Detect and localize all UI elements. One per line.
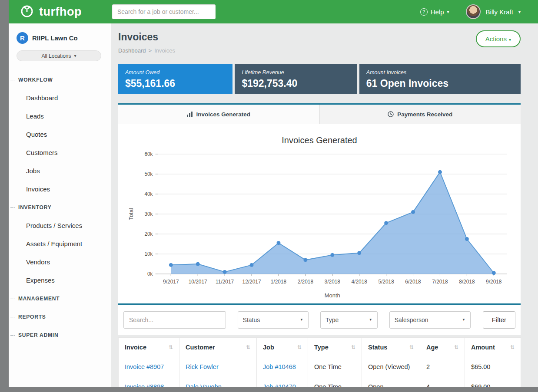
sidebar-nav: WORKFLOW Dashboard Leads Quotes Customer… bbox=[9, 71, 111, 344]
sort-icon[interactable]: ⇅ bbox=[454, 344, 458, 350]
svg-text:8/2018: 8/2018 bbox=[459, 279, 475, 285]
salesperson-select[interactable]: Salesperson ▼ bbox=[389, 311, 471, 329]
stat-lifetime-revenue: Lifetime Revenue $192,753.40 bbox=[235, 64, 357, 94]
sidebar-item-invoices[interactable]: Invoices bbox=[9, 180, 111, 198]
col-amount[interactable]: Amount⇅ bbox=[465, 337, 521, 357]
status-select[interactable]: Status ▼ bbox=[238, 311, 309, 329]
main-content: Invoices Dashboard>Invoices Actions▾ Amo… bbox=[111, 23, 538, 387]
job-link[interactable]: Job #10468 bbox=[263, 363, 296, 370]
cell-age: 4 bbox=[420, 377, 465, 387]
tab-invoices-generated[interactable]: Invoices Generated bbox=[118, 105, 319, 124]
tab-payments-received[interactable]: Payments Received bbox=[319, 105, 521, 124]
col-age[interactable]: Age⇅ bbox=[420, 337, 465, 357]
sort-icon[interactable]: ⇅ bbox=[351, 344, 355, 350]
nav-section-reports[interactable]: REPORTS bbox=[9, 308, 111, 326]
svg-text:12/2017: 12/2017 bbox=[242, 279, 261, 285]
col-status[interactable]: Status⇅ bbox=[362, 337, 420, 357]
page-title: Invoices bbox=[118, 31, 175, 43]
customer-link[interactable]: Dale Vaughn bbox=[186, 383, 222, 387]
svg-text:60k: 60k bbox=[144, 151, 153, 157]
breadcrumb-dashboard[interactable]: Dashboard bbox=[118, 47, 146, 54]
svg-text:40k: 40k bbox=[144, 191, 153, 197]
svg-text:20k: 20k bbox=[144, 231, 153, 237]
nav-section-management[interactable]: MANAGEMENT bbox=[9, 290, 111, 308]
chevron-down-icon: ▾ bbox=[447, 10, 449, 14]
svg-text:4/2018: 4/2018 bbox=[352, 279, 368, 285]
sidebar-item-expenses[interactable]: Expenses bbox=[9, 271, 111, 290]
filter-bar: Status ▼ Type ▼ Salesperson ▼ Filter bbox=[118, 303, 521, 335]
svg-text:10k: 10k bbox=[144, 251, 153, 257]
cell-type: One Time bbox=[308, 357, 362, 377]
cell-amount: $69.00 bbox=[465, 377, 521, 387]
table-header-row: Invoice⇅ Customer⇅ Job⇅ Type⇅ Status⇅ Ag… bbox=[119, 337, 521, 357]
global-search-input[interactable] bbox=[112, 4, 216, 19]
chart-panel: Invoices Generated 0k10k20k30k40k50k60k9… bbox=[118, 124, 521, 303]
table-row: Invoice #8907 Rick Fowler Job #10468 One… bbox=[119, 357, 521, 377]
sidebar-item-quotes[interactable]: Quotes bbox=[9, 125, 111, 144]
sidebar-item-vendors[interactable]: Vendors bbox=[9, 253, 111, 271]
sort-icon[interactable]: ⇅ bbox=[169, 344, 173, 350]
chevron-down-icon: ▾ bbox=[509, 37, 511, 42]
table-row: Invoice #8898 Dale Vaughn Job #10470 One… bbox=[119, 377, 521, 387]
filter-button[interactable]: Filter bbox=[483, 311, 515, 329]
help-menu[interactable]: ? Help ▾ bbox=[420, 8, 449, 16]
stat-cards: Amount Owed $55,161.66 Lifetime Revenue … bbox=[118, 64, 521, 94]
sort-icon[interactable]: ⇅ bbox=[297, 344, 302, 350]
nav-section-workflow[interactable]: WORKFLOW bbox=[9, 71, 111, 89]
chart-tabs-panel: Invoices Generated Payments Received Inv… bbox=[118, 103, 521, 303]
sidebar: R RIIPL Lawn Co All Locations ▾ WORKFLOW… bbox=[9, 23, 111, 387]
customer-link[interactable]: Rick Fowler bbox=[186, 363, 219, 370]
stat-amount-owed: Amount Owed $55,161.66 bbox=[118, 64, 232, 94]
invoice-link[interactable]: Invoice #8907 bbox=[125, 363, 164, 370]
sidebar-item-products-services[interactable]: Products / Services bbox=[9, 217, 111, 235]
clock-icon bbox=[388, 111, 394, 117]
svg-text:50k: 50k bbox=[144, 171, 153, 177]
sidebar-item-assets-equipment[interactable]: Assets / Equipment bbox=[9, 235, 111, 253]
svg-text:0k: 0k bbox=[147, 271, 153, 277]
job-link[interactable]: Job #10470 bbox=[263, 383, 296, 387]
svg-text:30k: 30k bbox=[144, 211, 153, 217]
type-select[interactable]: Type ▼ bbox=[320, 311, 378, 329]
sidebar-item-dashboard[interactable]: Dashboard bbox=[9, 89, 111, 107]
sidebar-item-leads[interactable]: Leads bbox=[9, 107, 111, 125]
select-arrow-icon: ▼ bbox=[369, 318, 372, 322]
user-name[interactable]: Billy Kraft bbox=[486, 8, 513, 16]
locations-dropdown[interactable]: All Locations ▾ bbox=[17, 50, 101, 61]
help-icon: ? bbox=[420, 8, 428, 16]
cell-status: Open bbox=[362, 377, 420, 387]
sort-icon[interactable]: ⇅ bbox=[246, 344, 250, 350]
locations-label: All Locations bbox=[41, 53, 71, 59]
table-search-input[interactable] bbox=[123, 311, 226, 329]
col-invoice[interactable]: Invoice⇅ bbox=[119, 337, 179, 357]
invoice-link[interactable]: Invoice #8898 bbox=[125, 383, 164, 387]
sort-icon[interactable]: ⇅ bbox=[510, 344, 515, 350]
topbar-right: ? Help ▾ Billy Kraft ▾ bbox=[420, 4, 521, 19]
col-job[interactable]: Job⇅ bbox=[257, 337, 308, 357]
company-badge: R RIIPL Lawn Co bbox=[9, 32, 111, 44]
brand[interactable]: turfhop bbox=[19, 3, 112, 20]
breadcrumb-separator: > bbox=[149, 47, 152, 54]
chevron-down-icon[interactable]: ▾ bbox=[518, 10, 521, 14]
svg-text:11/2017: 11/2017 bbox=[216, 279, 234, 285]
actions-button[interactable]: Actions▾ bbox=[476, 30, 521, 47]
sidebar-item-customers[interactable]: Customers bbox=[9, 144, 111, 162]
col-customer[interactable]: Customer⇅ bbox=[179, 337, 257, 357]
svg-text:7/2018: 7/2018 bbox=[432, 279, 448, 285]
page-header: Invoices Dashboard>Invoices Actions▾ bbox=[118, 30, 521, 54]
company-name: RIIPL Lawn Co bbox=[32, 34, 78, 42]
help-label: Help bbox=[431, 8, 444, 16]
select-arrow-icon: ▼ bbox=[300, 318, 303, 322]
sidebar-item-jobs[interactable]: Jobs bbox=[9, 162, 111, 180]
svg-text:10/2017: 10/2017 bbox=[189, 279, 207, 285]
stat-open-invoices: Amount Invoices 61 Open Invoices bbox=[359, 64, 521, 94]
nav-section-inventory[interactable]: INVENTORY bbox=[9, 198, 111, 217]
svg-text:9/2017: 9/2017 bbox=[163, 279, 179, 285]
nav-section-super-admin[interactable]: SUPER ADMIN bbox=[9, 326, 111, 344]
avatar[interactable] bbox=[466, 4, 481, 19]
cell-age: 2 bbox=[420, 357, 465, 377]
sort-icon[interactable]: ⇅ bbox=[409, 344, 414, 350]
svg-text:Month: Month bbox=[325, 292, 340, 299]
cell-amount: $65.00 bbox=[465, 357, 521, 377]
app-window: turfhop ? Help ▾ Billy Kraft ▾ R RIIPL L… bbox=[9, 0, 538, 387]
col-type[interactable]: Type⇅ bbox=[308, 337, 362, 357]
